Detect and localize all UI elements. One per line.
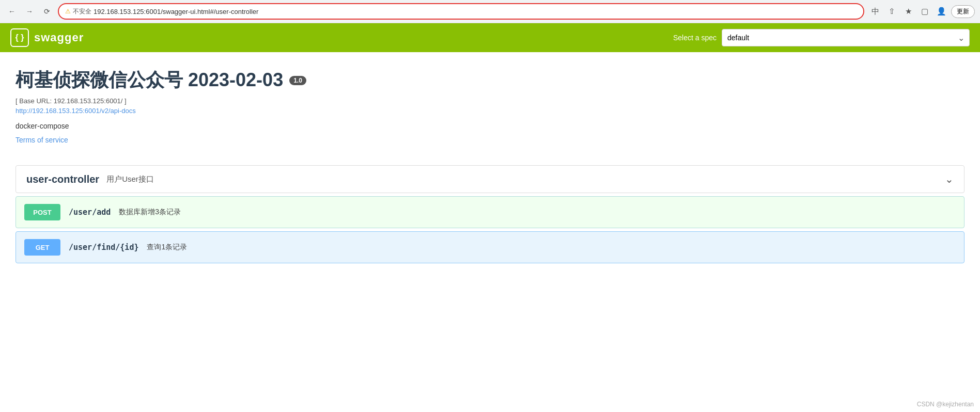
swagger-title: swagger — [34, 31, 84, 44]
post-method-badge: POST — [24, 204, 60, 220]
controller-description: 用户User接口 — [106, 175, 154, 184]
controller-section: user-controller 用户User接口 ⌄ POST /user/ad… — [15, 165, 965, 263]
swagger-header: { } swagger Select a spec default ⌄ — [0, 23, 980, 52]
controller-name: user-controller — [26, 173, 99, 185]
terms-of-service-link[interactable]: Terms of service — [15, 136, 68, 144]
get-method-badge: GET — [24, 239, 60, 256]
forward-button[interactable]: → — [23, 5, 36, 18]
spec-select[interactable]: default — [722, 29, 970, 46]
api-title: 柯基侦探微信公众号 2023-02-03 — [15, 68, 283, 93]
insecure-icon: ⚠ — [65, 8, 71, 15]
spec-selector: Select a spec default ⌄ — [673, 29, 970, 46]
endpoint-summary-post: 数据库新增3条记录 — [119, 208, 181, 217]
back-button[interactable]: ← — [5, 5, 19, 18]
chevron-down-icon: ⌄ — [945, 173, 954, 185]
update-button[interactable]: 更新 — [951, 5, 975, 18]
profile-icon[interactable]: 👤 — [935, 5, 948, 18]
address-text: 192.168.153.125:6001/swagger-ui.html#/us… — [94, 8, 857, 15]
endpoint-path-post: /user/add — [69, 208, 111, 217]
browser-chrome: ← → ⟳ ⚠ 不安全 192.168.153.125:6001/swagger… — [0, 0, 980, 23]
spec-select-wrapper[interactable]: default ⌄ — [722, 29, 970, 46]
swagger-content: 柯基侦探微信公众号 2023-02-03 1.0 [ Base URL: 192… — [0, 52, 980, 274]
endpoints-list: POST /user/add 数据库新增3条记录 GET /user/find/… — [15, 196, 965, 263]
api-description: docker-compose — [15, 122, 965, 130]
address-bar[interactable]: ⚠ 不安全 192.168.153.125:6001/swagger-ui.ht… — [58, 3, 864, 20]
reload-button[interactable]: ⟳ — [40, 5, 54, 18]
version-badge: 1.0 — [289, 76, 306, 85]
api-docs-link[interactable]: http://192.168.153.125:6001/v2/api-docs — [15, 107, 965, 115]
browser-toolbar: ← → ⟳ ⚠ 不安全 192.168.153.125:6001/swagger… — [0, 0, 980, 23]
sidebar-icon[interactable]: ▢ — [918, 5, 931, 18]
endpoint-row-post[interactable]: POST /user/add 数据库新增3条记录 — [15, 196, 965, 228]
controller-header[interactable]: user-controller 用户User接口 ⌄ — [15, 165, 965, 193]
endpoint-row-get[interactable]: GET /user/find/{id} 查询1条记录 — [15, 231, 965, 263]
endpoint-summary-get: 查询1条记录 — [147, 243, 187, 252]
bookmark-icon[interactable]: ★ — [901, 5, 915, 18]
controller-header-left: user-controller 用户User接口 — [26, 173, 154, 185]
swagger-logo: { } swagger — [10, 28, 84, 47]
swagger-logo-icon: { } — [10, 28, 29, 47]
share-icon[interactable]: ⇧ — [885, 5, 898, 18]
spec-label: Select a spec — [673, 34, 717, 42]
translate-icon[interactable]: 中 — [868, 5, 882, 18]
endpoint-path-get: /user/find/{id} — [69, 243, 138, 252]
base-url: [ Base URL: 192.168.153.125:6001/ ] — [15, 97, 965, 105]
api-title-row: 柯基侦探微信公众号 2023-02-03 1.0 — [15, 68, 965, 93]
insecure-label: 不安全 — [73, 7, 91, 16]
browser-actions: 中 ⇧ ★ ▢ 👤 更新 — [868, 5, 975, 18]
